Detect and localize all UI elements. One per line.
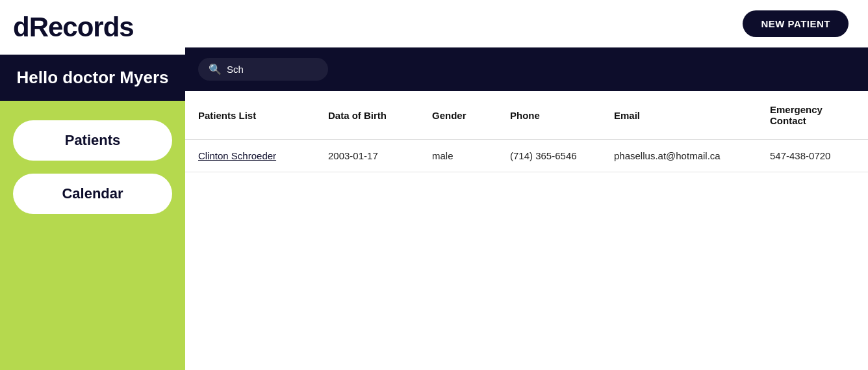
cell-4: 547-438-0720 [757, 140, 868, 172]
search-box: 🔍 [198, 58, 328, 81]
table-header-row: Patients List Data of Birth Gender Phone… [185, 91, 868, 140]
patients-table: Patients List Data of Birth Gender Phone… [185, 91, 868, 172]
patients-table-container: Patients List Data of Birth Gender Phone… [185, 91, 868, 370]
new-patient-button[interactable]: NEW PATIENT [743, 10, 849, 37]
cell-3: phasellus.at@hotmail.ca [601, 140, 757, 172]
cell-0: 2003-01-17 [315, 140, 419, 172]
col-header-patients-list: Patients List [185, 91, 315, 140]
search-area: 🔍 [185, 47, 868, 91]
main-content: NEW PATIENT 🔍 Patients List Data of Birt… [185, 0, 868, 370]
sidebar-item-calendar[interactable]: Calendar [13, 174, 172, 214]
search-input[interactable] [227, 64, 318, 75]
cell-1: male [419, 140, 497, 172]
header-bar: NEW PATIENT [185, 0, 868, 47]
patient-name-link[interactable]: Clinton Schroeder [198, 150, 276, 161]
col-header-email: Email [601, 91, 757, 140]
sidebar: dRecords Hello doctor Myers Patients Cal… [0, 0, 185, 370]
greeting-text: Hello doctor Myers [16, 68, 168, 87]
app-logo: dRecords [13, 12, 134, 42]
sidebar-item-patients[interactable]: Patients [13, 120, 172, 161]
search-icon: 🔍 [209, 63, 222, 75]
sidebar-logo-area: dRecords [0, 0, 185, 55]
col-header-gender: Gender [419, 91, 497, 140]
table-row: Clinton Schroeder2003-01-17male(714) 365… [185, 140, 868, 172]
cell-2: (714) 365-6546 [497, 140, 601, 172]
col-header-dob: Data of Birth [315, 91, 419, 140]
col-header-emergency-contact: Emergency Contact [757, 91, 868, 140]
sidebar-nav: Patients Calendar [0, 101, 185, 233]
col-header-phone: Phone [497, 91, 601, 140]
sidebar-greeting-area: Hello doctor Myers [0, 55, 185, 101]
